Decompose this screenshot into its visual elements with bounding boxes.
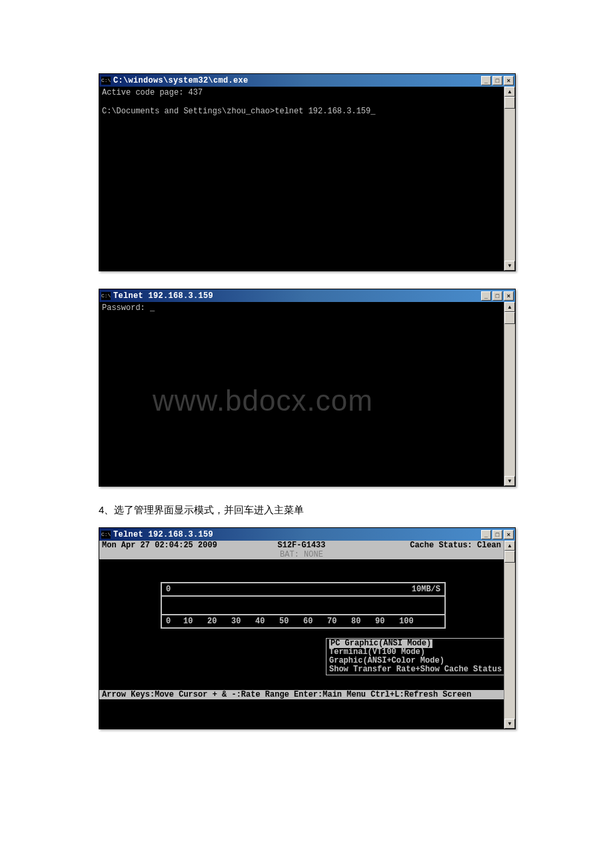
display-mode-menu[interactable]: PC Graphic(ANSI Mode)Terminal(VT100 Mode…: [326, 638, 504, 675]
window-title: Telnet 192.168.3.159: [113, 291, 481, 301]
titlebar[interactable]: C:\ Telnet 192.168.3.159 _ □ ×: [99, 289, 515, 302]
scroll-down-button[interactable]: ▼: [504, 719, 515, 729]
telnet-menu-window: C:\ Telnet 192.168.3.159 _ □ × Mon Apr 2…: [99, 527, 516, 729]
timestamp: Mon Apr 27 02:04:25 2009: [102, 541, 235, 550]
window-title: C:\windows\system32\cmd.exe: [113, 76, 481, 85]
close-button[interactable]: ×: [504, 76, 514, 85]
console-output[interactable]: Mon Apr 27 02:04:25 2009S12F-G1433Cache …: [99, 541, 504, 729]
close-button[interactable]: ×: [504, 530, 514, 539]
console-line: Active code page: 437: [102, 88, 203, 97]
scroll-down-button[interactable]: ▼: [504, 261, 515, 271]
titlebar[interactable]: C:\ C:\windows\system32\cmd.exe _ □ ×: [99, 74, 515, 87]
maximize-button[interactable]: □: [492, 76, 502, 85]
cache-status: Cache Status: Clean: [368, 541, 501, 550]
maximize-button[interactable]: □: [492, 291, 502, 301]
scroll-down-button[interactable]: ▼: [504, 476, 515, 486]
step-caption: 4、选了管理界面显示模式，并回车进入主菜单: [99, 504, 514, 517]
scroll-track[interactable]: [504, 551, 515, 719]
model-id: S12F-G1433: [235, 541, 368, 550]
console-output[interactable]: Password: _: [99, 302, 504, 486]
console-output[interactable]: Active code page: 437 C:\Documents and S…: [99, 87, 504, 271]
scroll-track[interactable]: [504, 97, 515, 261]
graph-max: 10MB/S: [412, 585, 440, 594]
password-prompt: Password: _: [102, 303, 155, 313]
cmd-window: C:\ C:\windows\system32\cmd.exe _ □ × Ac…: [99, 73, 516, 271]
console-line: C:\Documents and Settings\zhou_chao>teln…: [102, 107, 375, 116]
scroll-thumb[interactable]: [504, 551, 515, 563]
scroll-thumb[interactable]: [504, 312, 515, 324]
vertical-scrollbar[interactable]: ▲ ▼: [504, 541, 515, 729]
window-controls: _ □ ×: [481, 530, 514, 539]
battery-status: BAT: NONE: [99, 550, 504, 559]
maximize-button[interactable]: □: [492, 530, 502, 539]
graph-min: 0: [166, 585, 171, 594]
vertical-scrollbar[interactable]: ▲ ▼: [504, 302, 515, 486]
system-menu-icon[interactable]: C:\: [101, 531, 111, 539]
scroll-up-button[interactable]: ▲: [504, 87, 515, 97]
scroll-track[interactable]: [504, 312, 515, 476]
window-controls: _ □ ×: [481, 76, 514, 85]
system-menu-icon[interactable]: C:\: [101, 77, 111, 85]
minimize-button[interactable]: _: [481, 530, 491, 539]
telnet-password-window: C:\ Telnet 192.168.3.159 _ □ × Password:…: [99, 289, 516, 487]
minimize-button[interactable]: _: [481, 291, 491, 301]
titlebar[interactable]: C:\ Telnet 192.168.3.159 _ □ ×: [99, 528, 515, 541]
scroll-up-button[interactable]: ▲: [504, 302, 515, 312]
status-header: Mon Apr 27 02:04:25 2009S12F-G1433Cache …: [99, 541, 504, 550]
vertical-scrollbar[interactable]: ▲ ▼: [504, 87, 515, 271]
document-page: C:\ C:\windows\system32\cmd.exe _ □ × Ac…: [0, 0, 613, 773]
minimize-button[interactable]: _: [481, 76, 491, 85]
graph-ticks: 0102030405060708090100: [162, 615, 444, 627]
scroll-thumb[interactable]: [504, 97, 515, 109]
menu-option[interactable]: Show Transfer Rate+Show Cache Status: [329, 665, 504, 674]
window-title: Telnet 192.168.3.159: [113, 530, 481, 539]
transfer-rate-graph: 010MB/S 0102030405060708090100PC Graphic…: [99, 559, 504, 682]
system-menu-icon[interactable]: C:\: [101, 292, 111, 300]
close-button[interactable]: ×: [504, 291, 514, 301]
scroll-up-button[interactable]: ▲: [504, 541, 515, 551]
help-footer: Arrow Keys:Move Cursor + & -:Rate Range …: [99, 690, 504, 699]
window-controls: _ □ ×: [481, 291, 514, 301]
